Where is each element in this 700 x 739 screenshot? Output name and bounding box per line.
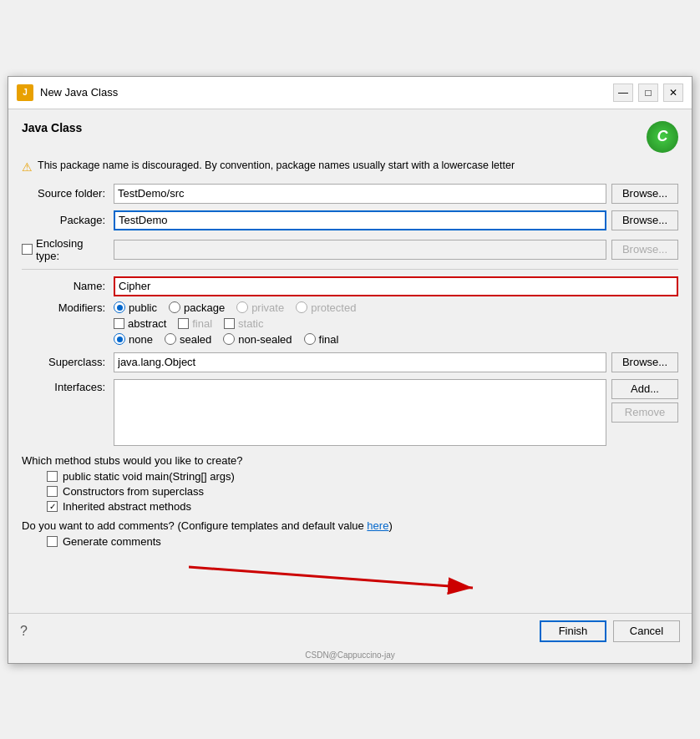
- radio-public-button[interactable]: [114, 301, 125, 313]
- dialog-title: New Java Class: [40, 86, 118, 99]
- comments-section: Do you want to add comments? (Configure …: [22, 519, 678, 548]
- static-checkbox-item[interactable]: static: [224, 317, 263, 330]
- cancel-button[interactable]: Cancel: [613, 620, 680, 642]
- section-title: Java Class: [22, 121, 82, 134]
- package-label: Package:: [22, 214, 114, 226]
- svg-line-1: [189, 567, 473, 588]
- divider-1: [22, 269, 678, 270]
- radio-final[interactable]: final: [304, 333, 339, 346]
- radio-private[interactable]: private: [236, 301, 284, 314]
- stub-constructors-label: Constructors from superclass: [63, 485, 204, 498]
- radio-protected-button[interactable]: [296, 301, 307, 313]
- help-icon[interactable]: ?: [20, 624, 28, 639]
- enclosing-type-browse-button[interactable]: Browse...: [611, 240, 678, 260]
- footer: ? Finish Cancel: [8, 613, 692, 649]
- modifiers-flags-group: abstract final static: [114, 317, 263, 330]
- stub-constructors-checkbox[interactable]: [47, 486, 58, 497]
- source-folder-browse-button[interactable]: Browse...: [611, 184, 678, 204]
- stub-inherited-label: Inherited abstract methods: [63, 500, 191, 513]
- enclosing-type-input[interactable]: [114, 240, 606, 260]
- interfaces-remove-button[interactable]: Remove: [611, 402, 678, 423]
- static-label: static: [238, 317, 263, 330]
- title-bar: J New Java Class — □ ✕: [8, 77, 692, 109]
- enclosing-type-checkbox[interactable]: [22, 244, 33, 255]
- footer-buttons: Finish Cancel: [540, 620, 680, 642]
- final-label: final: [192, 317, 212, 330]
- stub-constructors-item: Constructors from superclass: [22, 485, 678, 498]
- sealed-radio-group: none sealed non-sealed final: [114, 333, 338, 346]
- modifiers-flags-row: abstract final static: [22, 317, 678, 330]
- radio-final-label: final: [319, 333, 339, 346]
- comments-here-link[interactable]: here: [367, 519, 388, 532]
- radio-non-sealed-label: non-sealed: [238, 333, 292, 346]
- radio-none-label: none: [129, 333, 153, 346]
- source-folder-input[interactable]: [114, 184, 606, 204]
- stub-main-item: public static void main(String[] args): [22, 470, 678, 483]
- package-input[interactable]: [114, 210, 606, 230]
- close-button[interactable]: ✕: [663, 84, 683, 102]
- abstract-label: abstract: [128, 317, 166, 330]
- finish-button[interactable]: Finish: [540, 620, 606, 642]
- radio-none[interactable]: none: [114, 333, 153, 346]
- minimize-button[interactable]: —: [613, 84, 633, 102]
- stub-main-checkbox[interactable]: [47, 471, 58, 482]
- maximize-button[interactable]: □: [638, 84, 658, 102]
- logo-icon: C: [647, 121, 678, 153]
- stubs-section: Which method stubs would you like to cre…: [22, 454, 678, 513]
- abstract-checkbox-item[interactable]: abstract: [114, 317, 166, 330]
- radio-package-button[interactable]: [169, 301, 180, 313]
- package-browse-button[interactable]: Browse...: [611, 210, 678, 230]
- comments-title-end: ): [388, 519, 392, 532]
- interfaces-add-button[interactable]: Add...: [611, 379, 678, 399]
- radio-private-button[interactable]: [236, 301, 248, 313]
- dialog-content: Java Class C ⚠ This package name is disc…: [8, 109, 692, 613]
- radio-package[interactable]: package: [169, 301, 225, 314]
- radio-sealed-button[interactable]: [165, 333, 176, 345]
- arrow-area: [22, 554, 678, 596]
- enclosing-type-row: Enclosing type: Browse...: [22, 237, 678, 262]
- stub-main-label: public static void main(String[] args): [63, 470, 235, 483]
- radio-package-label: package: [184, 301, 225, 314]
- final-checkbox[interactable]: [178, 318, 189, 329]
- comments-title-text: Do you want to add comments? (Configure …: [22, 519, 367, 532]
- radio-public-label: public: [129, 301, 157, 314]
- new-java-class-dialog: J New Java Class — □ ✕ Java Class C ⚠ Th…: [8, 76, 692, 664]
- radio-protected[interactable]: protected: [296, 301, 356, 314]
- radio-none-button[interactable]: [114, 333, 125, 345]
- final-checkbox-item[interactable]: final: [178, 317, 212, 330]
- name-label: Name:: [22, 280, 114, 292]
- watermark: CSDN@Cappuccino-jay: [8, 649, 692, 663]
- superclass-browse-button[interactable]: Browse...: [611, 352, 678, 372]
- source-folder-row: Source folder: Browse...: [22, 184, 678, 204]
- enclosing-type-label-area: Enclosing type:: [22, 237, 114, 262]
- generate-comments-item: Generate comments: [22, 535, 678, 548]
- modifiers-label: Modifiers:: [22, 301, 114, 314]
- warning-box: ⚠ This package name is discouraged. By c…: [22, 159, 678, 174]
- name-input[interactable]: [114, 276, 678, 296]
- interfaces-row: Interfaces: Add... Remove: [22, 379, 678, 446]
- interfaces-buttons: Add... Remove: [611, 379, 678, 423]
- radio-protected-label: protected: [311, 301, 356, 314]
- superclass-label: Superclass:: [22, 356, 114, 368]
- generate-comments-checkbox[interactable]: [47, 536, 58, 547]
- stub-inherited-checkbox[interactable]: [47, 501, 58, 512]
- radio-final-button[interactable]: [304, 333, 316, 345]
- radio-non-sealed-button[interactable]: [223, 333, 235, 345]
- radio-public[interactable]: public: [114, 301, 157, 314]
- warning-icon: ⚠: [22, 160, 33, 174]
- name-row: Name:: [22, 276, 678, 296]
- generate-comments-label: Generate comments: [63, 535, 161, 548]
- static-checkbox[interactable]: [224, 318, 235, 329]
- abstract-checkbox[interactable]: [114, 318, 124, 329]
- superclass-input[interactable]: [114, 352, 606, 372]
- stubs-title: Which method stubs would you like to cre…: [22, 454, 678, 467]
- comments-title: Do you want to add comments? (Configure …: [22, 519, 678, 532]
- interfaces-box: [114, 379, 606, 446]
- dialog-icon: J: [17, 84, 33, 101]
- warning-text: This package name is discouraged. By con…: [38, 159, 515, 171]
- enclosing-type-label: Enclosing type:: [36, 237, 105, 262]
- title-bar-left: J New Java Class: [17, 84, 118, 101]
- radio-non-sealed[interactable]: non-sealed: [223, 333, 292, 346]
- interfaces-label: Interfaces:: [22, 379, 114, 393]
- radio-sealed[interactable]: sealed: [165, 333, 211, 346]
